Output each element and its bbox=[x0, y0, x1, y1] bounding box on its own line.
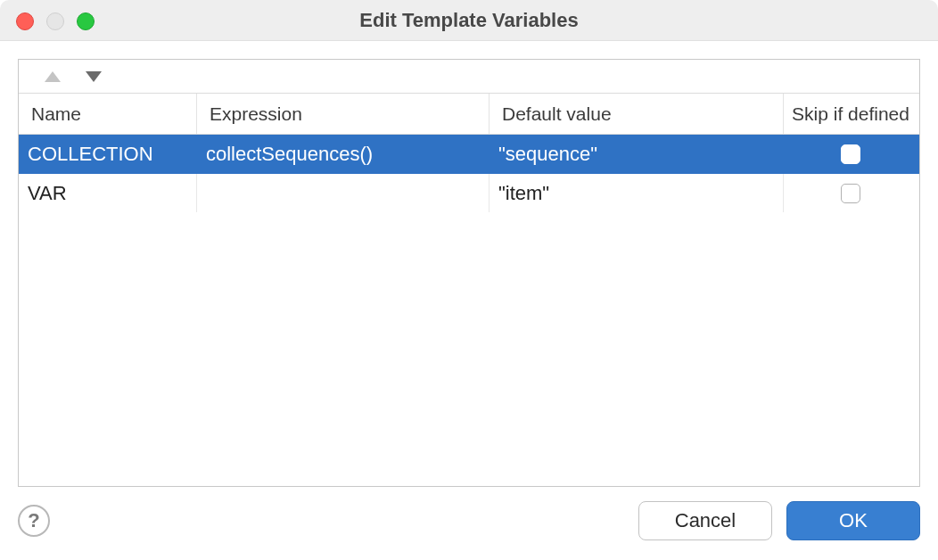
skip-checkbox[interactable] bbox=[841, 144, 860, 164]
cell-default[interactable]: "sequence" bbox=[490, 135, 784, 173]
zoom-window-button[interactable] bbox=[77, 12, 95, 30]
cell-skip[interactable] bbox=[784, 135, 917, 173]
col-header-skip[interactable]: Skip if defined bbox=[784, 94, 917, 134]
minimize-window-button[interactable] bbox=[46, 12, 64, 30]
dialog-content: Name Expression Default value Skip if de… bbox=[0, 41, 938, 487]
move-down-icon[interactable] bbox=[85, 70, 103, 83]
cell-skip[interactable] bbox=[784, 174, 917, 212]
cell-name[interactable]: VAR bbox=[19, 174, 197, 212]
cancel-button-label: Cancel bbox=[675, 509, 736, 532]
svg-marker-0 bbox=[45, 71, 61, 82]
col-header-expression[interactable]: Expression bbox=[197, 94, 490, 134]
ok-button[interactable]: OK bbox=[786, 501, 920, 540]
reorder-toolbar bbox=[19, 60, 919, 94]
help-button[interactable]: ? bbox=[18, 505, 50, 537]
cell-expression[interactable] bbox=[197, 174, 490, 212]
table-body: COLLECTIONcollectSequences()"sequence"VA… bbox=[19, 135, 919, 486]
move-up-icon[interactable] bbox=[44, 70, 62, 83]
svg-marker-1 bbox=[86, 71, 102, 82]
skip-checkbox[interactable] bbox=[841, 184, 860, 203]
window-controls bbox=[16, 12, 95, 30]
col-header-name[interactable]: Name bbox=[19, 94, 197, 134]
dialog-footer: ? Cancel OK bbox=[0, 487, 938, 555]
variables-table-panel: Name Expression Default value Skip if de… bbox=[18, 59, 920, 487]
ok-button-label: OK bbox=[839, 509, 868, 532]
table-header-row: Name Expression Default value Skip if de… bbox=[19, 94, 919, 135]
question-icon: ? bbox=[28, 509, 39, 532]
close-window-button[interactable] bbox=[16, 12, 34, 30]
cell-default[interactable]: "item" bbox=[490, 174, 784, 212]
col-header-default[interactable]: Default value bbox=[490, 94, 784, 134]
cell-name[interactable]: COLLECTION bbox=[19, 135, 197, 173]
window-title: Edit Template Variables bbox=[359, 9, 578, 32]
table-row[interactable]: VAR"item" bbox=[19, 174, 919, 213]
titlebar: Edit Template Variables bbox=[0, 0, 938, 41]
cell-expression[interactable]: collectSequences() bbox=[197, 135, 490, 173]
cancel-button[interactable]: Cancel bbox=[638, 501, 772, 540]
table-row[interactable]: COLLECTIONcollectSequences()"sequence" bbox=[19, 135, 919, 174]
